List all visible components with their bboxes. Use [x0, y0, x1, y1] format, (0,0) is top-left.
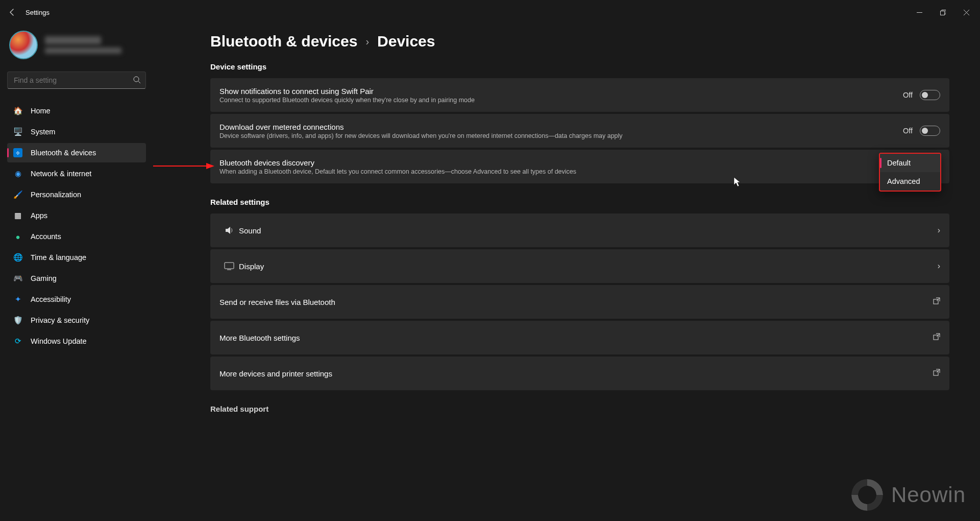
section-title-support: Related support [210, 405, 949, 413]
row-desc: Connect to supported Bluetooth devices q… [219, 97, 903, 104]
section-title-related: Related settings [210, 198, 949, 206]
row-sound[interactable]: Sound › [210, 214, 949, 247]
row-more-bluetooth-settings[interactable]: More Bluetooth settings [210, 321, 949, 354]
search-input[interactable] [7, 72, 146, 89]
sidebar-item-label: Gaming [31, 274, 57, 282]
sidebar-item-time-language[interactable]: 🌐Time & language [7, 248, 146, 267]
dropdown-option-advanced[interactable]: Advanced [880, 172, 940, 191]
shield-icon: 🛡️ [13, 316, 22, 325]
window-title: Settings [26, 9, 50, 16]
home-icon: 🏠 [13, 106, 22, 115]
row-title: Bluetooth devices discovery [219, 158, 874, 167]
sidebar-item-bluetooth-devices[interactable]: ⟡Bluetooth & devices [7, 143, 146, 162]
sidebar-item-label: Time & language [31, 253, 86, 262]
row-discovery: Bluetooth devices discovery When adding … [210, 150, 949, 183]
section-title-device-settings: Device settings [210, 62, 949, 71]
main-content: Bluetooth & devices › Devices Device set… [153, 25, 980, 521]
row-display[interactable]: Display › [210, 249, 949, 283]
sidebar-item-label: Windows Update [31, 337, 87, 345]
row-title: Show notifications to connect using Swif… [219, 87, 903, 96]
row-title: Send or receive files via Bluetooth [219, 298, 933, 306]
row-send-receive-bluetooth[interactable]: Send or receive files via Bluetooth [210, 285, 949, 319]
breadcrumb-current: Devices [377, 33, 435, 50]
wifi-icon: ◉ [13, 169, 22, 178]
toggle-state-label: Off [903, 127, 913, 135]
minimize-button[interactable] [908, 4, 931, 20]
sidebar-item-label: Privacy & security [31, 316, 89, 324]
sidebar-item-accounts[interactable]: ●Accounts [7, 227, 146, 246]
row-desc: When adding a Bluetooth device, Default … [219, 168, 874, 175]
external-link-icon [933, 369, 940, 378]
external-link-icon [933, 297, 940, 306]
row-title: More devices and printer settings [219, 369, 933, 378]
sidebar-item-accessibility[interactable]: ✦Accessibility [7, 290, 146, 309]
sidebar-item-gaming[interactable]: 🎮Gaming [7, 269, 146, 288]
svg-point-1 [134, 77, 139, 82]
user-info-redacted [45, 36, 121, 54]
dropdown-option-default[interactable]: Default [880, 154, 940, 172]
row-metered-download: Download over metered connections Device… [210, 114, 949, 148]
system-icon: 🖥️ [13, 127, 22, 136]
row-swift-pair: Show notifications to connect using Swif… [210, 78, 949, 112]
row-more-devices-printers[interactable]: More devices and printer settings [210, 357, 949, 390]
sidebar-item-apps[interactable]: ▦Apps [7, 206, 146, 225]
minimize-icon [917, 10, 922, 15]
sidebar-item-label: Accessibility [31, 295, 71, 303]
sidebar-item-label: Network & internet [31, 170, 91, 178]
sidebar-item-home[interactable]: 🏠Home [7, 101, 146, 121]
sidebar-item-windows-update[interactable]: ⟳Windows Update [7, 331, 146, 351]
search-box[interactable] [7, 72, 146, 89]
breadcrumb-parent[interactable]: Bluetooth & devices [210, 33, 357, 50]
row-title: More Bluetooth settings [219, 334, 933, 342]
sound-icon [219, 225, 239, 235]
svg-rect-0 [940, 11, 944, 15]
gamepad-icon: 🎮 [13, 274, 22, 283]
chevron-right-icon: › [938, 226, 940, 235]
toggle-metered[interactable] [920, 126, 940, 136]
bluetooth-icon: ⟡ [13, 148, 22, 157]
accessibility-icon: ✦ [13, 295, 22, 304]
sidebar-item-label: Apps [31, 211, 47, 220]
sidebar-item-system[interactable]: 🖥️System [7, 122, 146, 141]
sidebar-item-label: Home [31, 107, 51, 115]
sidebar: 🏠Home 🖥️System ⟡Bluetooth & devices ◉Net… [0, 25, 153, 521]
sidebar-item-personalization[interactable]: 🖌️Personalization [7, 185, 146, 204]
sidebar-item-network[interactable]: ◉Network & internet [7, 164, 146, 183]
nav-list: 🏠Home 🖥️System ⟡Bluetooth & devices ◉Net… [7, 101, 146, 351]
row-title: Download over metered connections [219, 123, 903, 131]
external-link-icon [933, 333, 940, 342]
apps-icon: ▦ [13, 211, 22, 220]
toggle-swift-pair[interactable] [920, 90, 940, 100]
maximize-icon [940, 10, 946, 15]
sidebar-item-label: Personalization [31, 191, 81, 199]
display-icon [219, 262, 239, 270]
row-title: Sound [239, 226, 938, 235]
person-icon: ● [13, 232, 22, 241]
chevron-right-icon: › [938, 262, 940, 271]
arrow-left-icon [8, 8, 16, 16]
brush-icon: 🖌️ [13, 190, 22, 199]
discovery-dropdown[interactable]: Default Advanced [879, 153, 941, 192]
sidebar-item-label: Accounts [31, 232, 61, 241]
breadcrumb: Bluetooth & devices › Devices [210, 33, 949, 50]
svg-rect-2 [225, 263, 234, 269]
sidebar-item-label: Bluetooth & devices [31, 149, 96, 157]
user-account-block[interactable] [7, 29, 146, 68]
chevron-right-icon: › [365, 36, 369, 48]
search-icon [133, 76, 141, 86]
close-icon [964, 10, 969, 15]
row-desc: Device software (drivers, info, and apps… [219, 132, 903, 139]
globe-icon: 🌐 [13, 253, 22, 262]
sidebar-item-privacy[interactable]: 🛡️Privacy & security [7, 311, 146, 330]
row-title: Display [239, 262, 938, 271]
titlebar: Settings [0, 0, 980, 25]
back-button[interactable] [2, 2, 22, 22]
avatar [9, 31, 38, 59]
maximize-button[interactable] [931, 4, 954, 20]
toggle-state-label: Off [903, 91, 913, 99]
close-button[interactable] [954, 4, 978, 20]
sidebar-item-label: System [31, 128, 55, 136]
update-icon: ⟳ [13, 337, 22, 346]
